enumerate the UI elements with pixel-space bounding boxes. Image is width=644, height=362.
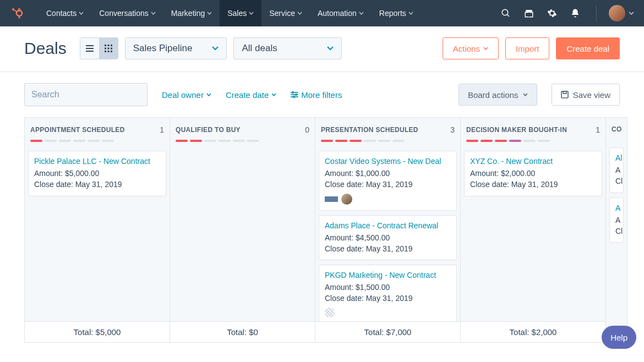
deal-title[interactable]: Adams Place - Contract Renewal: [325, 221, 451, 230]
deal-card[interactable]: AACl: [609, 198, 624, 243]
list-view-button[interactable]: [80, 38, 99, 59]
nav-item-reports[interactable]: Reports: [372, 0, 421, 26]
nav-item-conversations[interactable]: Conversations: [91, 0, 163, 26]
svg-rect-21: [107, 51, 109, 52]
deal-title[interactable]: PKGD Marketing - New Contract: [325, 271, 451, 279]
hubspot-logo[interactable]: [10, 6, 24, 20]
chevron-down-icon: [207, 12, 212, 15]
column-name: DECISION MAKER BOUGHT-IN: [466, 126, 567, 134]
deal-owner-label: Deal owner: [162, 90, 204, 100]
column-name: APPOINTMENT SCHEDULED: [30, 126, 125, 134]
create-deal-label: Create deal: [566, 44, 609, 53]
svg-line-8: [507, 14, 509, 17]
deal-title[interactable]: Al: [615, 153, 618, 162]
search-box[interactable]: [24, 83, 148, 106]
column-name: CO: [612, 125, 622, 133]
help-label: Help: [610, 333, 627, 342]
svg-rect-22: [111, 51, 112, 52]
board-column: DECISION MAKER BOUGHT-IN1XYZ Co. - New C…: [460, 117, 605, 343]
nav-item-service[interactable]: Service: [261, 0, 310, 26]
column-cards: XYZ Co. - New ContractAmount: $2,000.00C…: [461, 147, 605, 321]
divider: [596, 6, 597, 21]
column-header: APPOINTMENT SCHEDULED1: [25, 118, 170, 147]
create-deal-button[interactable]: Create deal: [556, 37, 620, 59]
more-filters-button[interactable]: More filters: [291, 90, 342, 100]
notifications-icon[interactable]: [570, 8, 581, 19]
deal-card[interactable]: Costar Video Systems - New DealAmount: $…: [319, 151, 457, 211]
placeholder-avatar[interactable]: [325, 308, 335, 317]
search-icon[interactable]: [500, 8, 511, 19]
progress-segment: [466, 140, 478, 142]
board-column: COAlAClAACl: [605, 117, 627, 343]
caret-down-icon: [212, 46, 219, 51]
caret-down-icon: [483, 47, 488, 50]
nav-item-marketing[interactable]: Marketing: [163, 0, 220, 26]
deal-title[interactable]: A: [615, 204, 618, 212]
toolbar: Deal owner Create date More filters Boar…: [0, 72, 644, 117]
deal-card[interactable]: Pickle Palace LLC - New ContractAmount: …: [28, 151, 166, 196]
company-logo-icon[interactable]: [325, 196, 338, 202]
caret-down-icon: [327, 46, 334, 51]
nav-item-automation[interactable]: Automation: [310, 0, 372, 26]
import-button[interactable]: Import: [505, 37, 550, 59]
import-label: Import: [516, 44, 539, 53]
svg-rect-17: [105, 48, 106, 50]
progress-segment: [219, 140, 231, 142]
account-menu[interactable]: [609, 5, 634, 21]
column-total: Total: $0: [170, 321, 315, 342]
nav-right: [500, 5, 634, 21]
kanban-board: APPOINTMENT SCHEDULED1Pickle Palace LLC …: [0, 117, 644, 343]
nav-item-contacts[interactable]: Contacts: [39, 0, 91, 26]
user-avatar: [609, 5, 625, 21]
create-date-filter[interactable]: Create date: [226, 90, 276, 100]
contact-avatar[interactable]: [341, 194, 352, 205]
board-actions-button[interactable]: Board actions: [459, 84, 537, 106]
search-input[interactable]: [31, 90, 141, 100]
marketplace-icon[interactable]: [523, 8, 534, 19]
deals-filter-select[interactable]: All deals: [233, 37, 341, 59]
progress-segment: [335, 140, 347, 142]
chevron-down-icon: [79, 12, 84, 15]
deal-amount: Amount: $2,000.00: [470, 168, 596, 179]
deal-close-date: Close date: May 31, 2019: [325, 243, 451, 254]
caret-down-icon: [523, 93, 528, 96]
nav-item-label: Marketing: [171, 9, 205, 18]
deal-card[interactable]: XYZ Co. - New ContractAmount: $2,000.00C…: [464, 151, 602, 196]
save-icon: [561, 91, 569, 98]
deal-card[interactable]: AlACl: [609, 147, 624, 193]
deal-close-date: Close date: May 31, 2019: [34, 179, 160, 190]
deal-card[interactable]: PKGD Marketing - New ContractAmount: $1,…: [319, 265, 457, 321]
stage-progress: [176, 140, 309, 142]
column-header: CO: [606, 118, 627, 144]
progress-segment: [378, 140, 390, 142]
actions-button[interactable]: Actions: [443, 37, 499, 59]
progress-segment: [45, 140, 57, 142]
column-total: Total: $5,000: [25, 321, 170, 342]
deal-amount: Amount: $1,000.00: [325, 168, 451, 179]
deal-associations: [325, 308, 451, 317]
caret-down-icon: [206, 93, 211, 96]
deal-owner-filter[interactable]: Deal owner: [162, 90, 211, 100]
deal-card[interactable]: Adams Place - Contract RenewalAmount: $4…: [319, 215, 457, 261]
sliders-icon: [291, 91, 298, 98]
column-cards: Costar Video Systems - New DealAmount: $…: [315, 147, 460, 321]
nav-item-sales[interactable]: Sales: [220, 0, 261, 26]
board-view-button[interactable]: [99, 38, 118, 59]
progress-segment: [392, 140, 405, 142]
progress-segment: [190, 140, 202, 142]
settings-icon[interactable]: [547, 8, 558, 19]
help-button[interactable]: Help: [602, 326, 636, 349]
deal-amount: A: [615, 215, 618, 226]
nav-item-label: Sales: [227, 9, 247, 18]
deal-title[interactable]: Pickle Palace LLC - New Contract: [34, 157, 160, 166]
chevron-down-icon: [359, 12, 364, 15]
nav-item-label: Conversations: [99, 9, 149, 18]
save-view-button[interactable]: Save view: [552, 84, 620, 106]
pipeline-select[interactable]: Sales Pipeline: [125, 37, 227, 59]
stage-progress: [30, 140, 164, 142]
deal-title[interactable]: XYZ Co. - New Contract: [470, 157, 596, 166]
svg-point-29: [296, 94, 297, 96]
column-count: 0: [305, 125, 309, 134]
nav-item-label: Automation: [318, 9, 357, 18]
deal-title[interactable]: Costar Video Systems - New Deal: [325, 157, 451, 166]
